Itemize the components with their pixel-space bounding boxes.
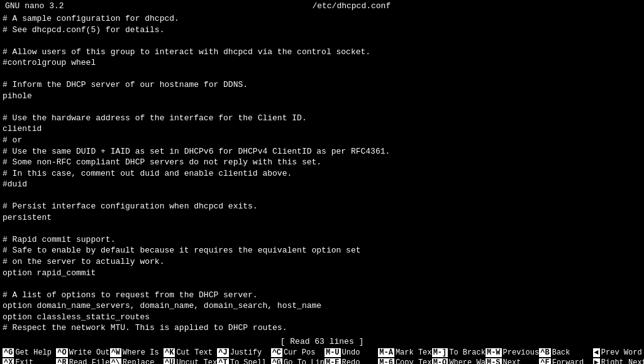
cmd-label-11: Prev Word <box>601 348 642 357</box>
cmd-label-21: Next <box>503 358 521 364</box>
cmd-key-12: ^X <box>3 358 14 364</box>
cmd-label-22: Forward <box>552 358 584 364</box>
cmd-item-15[interactable]: ^U Uncut Text <box>161 358 214 364</box>
cmd-item-17[interactable]: ^G Go To Line <box>269 358 322 364</box>
cmd-item-21[interactable]: M-S Next <box>483 358 536 364</box>
cmd-label-23: Right Next Word <box>601 358 644 364</box>
cmd-item-23[interactable]: ► Right Next Word <box>591 358 644 364</box>
cmd-key-9: M-W <box>486 348 502 357</box>
cmd-key-11: ◄ <box>593 348 600 357</box>
cmd-item-11[interactable]: ◄ Prev Word <box>591 348 644 358</box>
cmd-item-14[interactable]: ^\ Replace <box>108 358 161 364</box>
cmd-item-3[interactable]: ^K Cut Text <box>161 348 214 358</box>
cmd-item-10[interactable]: ^B Back <box>536 348 590 358</box>
cmd-key-7: M-A <box>378 348 394 357</box>
cmd-label-10: Back <box>552 348 570 357</box>
cmd-key-4: ^J <box>217 348 228 357</box>
cmd-label-2: Where Is <box>123 348 159 357</box>
status-bar: [ Read 63 lines ] <box>0 336 644 348</box>
cmd-key-8: M-] <box>432 348 448 357</box>
cmd-item-1[interactable]: ^O Write Out <box>53 348 107 358</box>
cmd-item-6[interactable]: M-U Undo <box>322 348 375 358</box>
cmd-label-18: Redo <box>342 358 360 364</box>
cmd-label-0: Get Help <box>15 348 52 357</box>
cmd-key-5: ^C <box>271 348 282 357</box>
nano-version: GNU nano 3.2 <box>5 1 64 11</box>
cmd-item-7[interactable]: M-A Mark Text <box>375 348 429 358</box>
file-content: # A sample configuration for dhcpcd. # S… <box>3 13 641 336</box>
cmd-key-18: M-E <box>325 358 341 364</box>
cmd-label-3: Cut Text <box>176 348 213 357</box>
cmd-label-16: To Spell <box>230 358 267 364</box>
cmd-key-14: ^\ <box>110 358 121 364</box>
cmd-key-19: M-6 <box>378 358 394 364</box>
cmd-item-20[interactable]: M-Q Where Was <box>430 358 483 364</box>
cmd-item-0[interactable]: ^G Get Help <box>0 348 53 358</box>
cmd-label-12: Exit <box>15 358 33 364</box>
cmd-item-13[interactable]: ^R Read File <box>53 358 107 364</box>
cmd-label-4: Justify <box>230 348 262 357</box>
cmd-key-13: ^R <box>56 358 67 364</box>
title-bar: GNU nano 3.2 /etc/dhcpcd.conf <box>0 0 644 12</box>
cmd-item-19[interactable]: M-6 Copy Text <box>375 358 429 364</box>
cmd-item-5[interactable]: ^C Cur Pos <box>269 348 322 358</box>
cmd-key-0: ^G <box>3 348 14 357</box>
cmd-item-16[interactable]: ^T To Spell <box>214 358 268 364</box>
cmd-item-12[interactable]: ^X Exit <box>0 358 53 364</box>
cmd-label-9: Previous <box>503 348 540 357</box>
cmd-label-14: Replace <box>123 358 154 364</box>
cmd-item-9[interactable]: M-W Previous <box>483 348 536 358</box>
cmd-key-17: ^G <box>271 358 282 364</box>
cmd-key-20: M-Q <box>432 358 448 364</box>
cmd-label-1: Write Out <box>69 348 110 357</box>
cmd-key-22: ^F <box>539 358 550 364</box>
cmd-key-21: M-S <box>486 358 502 364</box>
cmd-key-15: ^U <box>164 358 175 364</box>
cmd-key-6: M-U <box>325 348 341 357</box>
file-title: /etc/dhcpcd.conf <box>64 1 639 11</box>
cmd-key-2: ^W <box>110 348 121 357</box>
cmd-item-2[interactable]: ^W Where Is <box>108 348 161 358</box>
cmd-item-4[interactable]: ^J Justify <box>214 348 268 358</box>
cmd-label-6: Undo <box>342 348 360 357</box>
cmd-label-13: Read File <box>69 358 110 364</box>
cmd-item-22[interactable]: ^F Forward <box>536 358 590 364</box>
cmd-key-1: ^O <box>56 348 67 357</box>
status-message: [ Read 63 lines ] <box>280 337 364 346</box>
cmd-item-18[interactable]: M-E Redo <box>322 358 375 364</box>
bottom-bar: ^G Get Help ^O Write Out ^W Where Is ^K … <box>0 348 644 364</box>
cmd-key-16: ^T <box>217 358 228 364</box>
editor-area[interactable]: # A sample configuration for dhcpcd. # S… <box>0 12 644 336</box>
cmd-key-23: ► <box>593 358 600 364</box>
cmd-label-5: Cur Pos <box>284 348 315 357</box>
cmd-key-10: ^B <box>539 348 550 357</box>
cmd-item-8[interactable]: M-] To Bracket <box>430 348 483 358</box>
cmd-key-3: ^K <box>164 348 175 357</box>
